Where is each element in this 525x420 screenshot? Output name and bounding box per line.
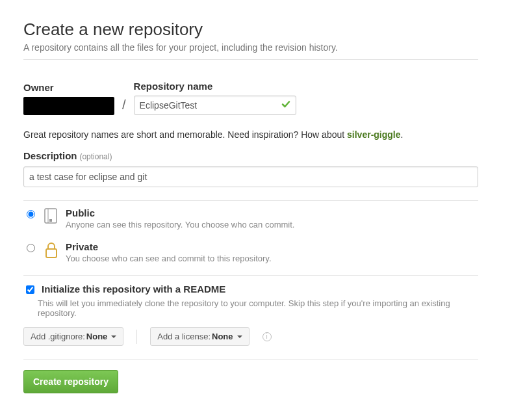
readme-desc: This will let you immediately clone the … [38,298,478,318]
page-subtitle: A repository contains all the files for … [23,42,478,53]
description-input[interactable] [23,166,478,187]
owner-label: Owner [23,82,114,93]
svg-rect-2 [49,219,52,222]
hint-suffix: . [401,129,403,140]
create-repository-button[interactable]: Create repository [23,370,118,393]
info-icon[interactable]: i [262,332,272,341]
private-title: Private [66,241,478,252]
description-label: Description [23,150,77,161]
gitignore-prefix: Add .gitignore: [31,332,85,341]
slash-separator: / [121,98,127,115]
readme-checkbox[interactable] [26,285,34,294]
license-prefix: Add a license: [157,332,211,341]
divider [23,359,478,360]
divider [23,275,478,276]
lock-icon [44,241,59,259]
hint-text: Great repository names are short and mem… [23,129,347,140]
public-title: Public [66,207,478,218]
license-value: None [212,332,233,341]
repo-icon [44,207,59,226]
gitignore-dropdown[interactable]: Add .gitignore: None [23,327,123,346]
public-radio[interactable] [27,210,35,218]
gitignore-value: None [86,332,108,341]
svg-rect-3 [46,249,57,257]
divider [23,200,478,201]
page-title: Create a new repository [23,20,478,40]
public-desc: Anyone can see this repository. You choo… [66,220,478,230]
repo-name-input[interactable] [134,96,296,115]
chevron-down-icon [237,335,242,338]
suggestion-link[interactable]: silver-giggle [347,129,400,140]
name-hint: Great repository names are short and mem… [23,129,478,140]
license-dropdown[interactable]: Add a license: None [150,327,249,346]
checkmark-icon [281,99,291,112]
separator [136,330,137,344]
divider [23,59,478,60]
owner-select[interactable] [23,97,114,115]
readme-title: Initialize this repository with a README [42,283,225,295]
private-radio[interactable] [27,244,35,252]
private-desc: You choose who can see and commit to thi… [66,254,478,263]
chevron-down-icon [111,335,116,338]
repo-name-label: Repository name [134,81,296,92]
optional-label: (optional) [79,152,112,161]
